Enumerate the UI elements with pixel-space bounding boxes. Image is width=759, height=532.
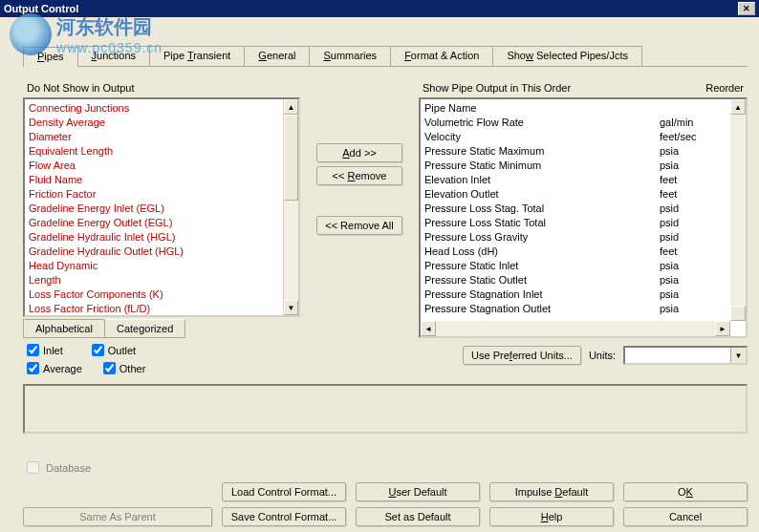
scrollbar-v[interactable]: ▲ ▼ <box>283 99 298 315</box>
preferred-units-button[interactable]: Use Preferred Units... <box>463 346 581 365</box>
add-button[interactable]: Add >> <box>316 143 402 162</box>
scroll-left-icon[interactable]: ◄ <box>421 321 436 336</box>
output-row[interactable]: Pressure Loss Static Totalpsid <box>424 216 726 230</box>
tab-2[interactable]: Pipe Transient <box>149 46 245 66</box>
output-row[interactable]: Head Loss (dH)feet <box>424 245 726 259</box>
database-label: Database <box>46 462 91 474</box>
ok-button[interactable]: OK <box>623 482 748 501</box>
list-item[interactable]: Gradeline Hydraulic Outlet (HGL) <box>29 245 279 259</box>
list-item[interactable]: Head Dynamic <box>29 259 279 273</box>
list-item[interactable]: Density Average <box>29 116 279 130</box>
output-row[interactable]: Pressure Loss Stag. Totalpsid <box>424 202 726 216</box>
remove-button[interactable]: << Remove <box>316 166 402 185</box>
output-row[interactable]: Pressure Static Maximumpsia <box>424 144 726 159</box>
scroll-right-icon[interactable]: ► <box>715 321 730 336</box>
save-format-button[interactable]: Save Control Format... <box>222 507 346 526</box>
scroll-up-icon[interactable]: ▲ <box>284 99 298 115</box>
units-combo[interactable]: ▼ <box>623 346 748 365</box>
remove-all-button[interactable]: << Remove All <box>316 216 402 235</box>
right-label: Show Pipe Output in This Order <box>423 82 571 94</box>
list-item[interactable]: Gradeline Energy Inlet (EGL) <box>29 202 279 216</box>
sort-categorized[interactable]: Categorized <box>104 319 185 338</box>
output-row[interactable]: Pipe Name <box>424 101 726 116</box>
list-item[interactable]: Flow Area <box>29 159 279 173</box>
units-label: Units: <box>589 350 616 361</box>
help-button[interactable]: Help <box>489 507 614 526</box>
list-item[interactable]: Diameter <box>29 130 279 144</box>
tab-5[interactable]: Format & Action <box>390 46 493 66</box>
output-row[interactable]: Velocityfeet/sec <box>424 130 726 144</box>
reorder-up-icon[interactable]: ▲ <box>730 99 746 115</box>
cancel-button[interactable]: Cancel <box>623 507 748 526</box>
list-item[interactable]: Loss Factor Friction (fL/D) <box>29 302 279 315</box>
list-item[interactable]: Connecting Junctions <box>29 101 279 116</box>
list-item[interactable]: Friction Factor <box>29 187 279 202</box>
scrollbar-h[interactable]: ◄ ► <box>421 321 730 336</box>
set-as-default-button[interactable]: Set as Default <box>356 507 480 526</box>
reorder-scrollbar[interactable]: ▲ ▼ <box>730 99 746 321</box>
check-inlet[interactable]: Inlet <box>27 344 63 356</box>
output-row[interactable]: Pressure Static Outletpsia <box>424 273 726 287</box>
chevron-down-icon[interactable]: ▼ <box>730 348 746 363</box>
titlebar: Output Control ✕ <box>0 0 759 17</box>
output-row[interactable]: Pressure Stagnation Outletpsia <box>424 302 726 316</box>
tab-6[interactable]: Show Selected Pipes/Jcts <box>492 46 642 66</box>
database-check <box>27 461 39 474</box>
sort-alphabetical[interactable]: Alphabetical <box>23 319 105 338</box>
same-as-parent-button[interactable]: Same As Parent <box>23 507 212 526</box>
output-row[interactable]: Pressure Stagnation Inletpsia <box>424 287 726 302</box>
left-label: Do Not Show in Output <box>27 82 300 94</box>
preview-panel <box>23 384 748 434</box>
tab-1[interactable]: Junctions <box>77 46 150 66</box>
output-row[interactable]: Pressure Static Minimumpsia <box>424 159 726 173</box>
list-item[interactable]: Gradeline Energy Outlet (EGL) <box>29 216 279 230</box>
impulse-default-button[interactable]: Impulse Default <box>489 482 614 501</box>
list-item[interactable]: Fluid Name <box>29 173 279 187</box>
reorder-label: Reorder <box>705 82 744 94</box>
close-button[interactable]: ✕ <box>738 2 755 15</box>
output-row[interactable]: Elevation Outletfeet <box>424 187 726 202</box>
list-item[interactable]: Gradeline Hydraulic Inlet (HGL) <box>29 230 279 245</box>
available-listbox[interactable]: Connecting JunctionsDensity AverageDiame… <box>23 97 300 317</box>
scroll-down-icon[interactable]: ▼ <box>284 300 298 315</box>
output-row[interactable]: Pressure Loss Gravitypsid <box>424 230 726 245</box>
list-item[interactable]: Loss Factor Components (K) <box>29 287 279 302</box>
tab-3[interactable]: General <box>244 46 310 66</box>
tab-0[interactable]: Pipes <box>23 47 78 67</box>
list-item[interactable]: Length <box>29 273 279 287</box>
output-row[interactable]: Elevation Inletfeet <box>424 173 726 187</box>
window-title: Output Control <box>4 3 78 14</box>
tab-4[interactable]: Summaries <box>309 46 391 66</box>
list-item[interactable]: Equivalent Length <box>29 144 279 159</box>
check-other[interactable]: Other <box>103 362 146 374</box>
check-average[interactable]: Average <box>27 362 82 374</box>
tab-strip: PipesJunctionsPipe TransientGeneralSumma… <box>23 46 748 67</box>
user-default-button[interactable]: User Default <box>356 482 480 501</box>
output-row[interactable]: Pressure Static Inletpsia <box>424 259 726 273</box>
output-row[interactable]: Volumetric Flow Rategal/min <box>424 116 726 130</box>
output-listbox[interactable]: Pipe NameVolumetric Flow Rategal/minVelo… <box>419 97 748 338</box>
check-outlet[interactable]: Outlet <box>92 344 136 356</box>
load-format-button[interactable]: Load Control Format... <box>222 482 346 501</box>
